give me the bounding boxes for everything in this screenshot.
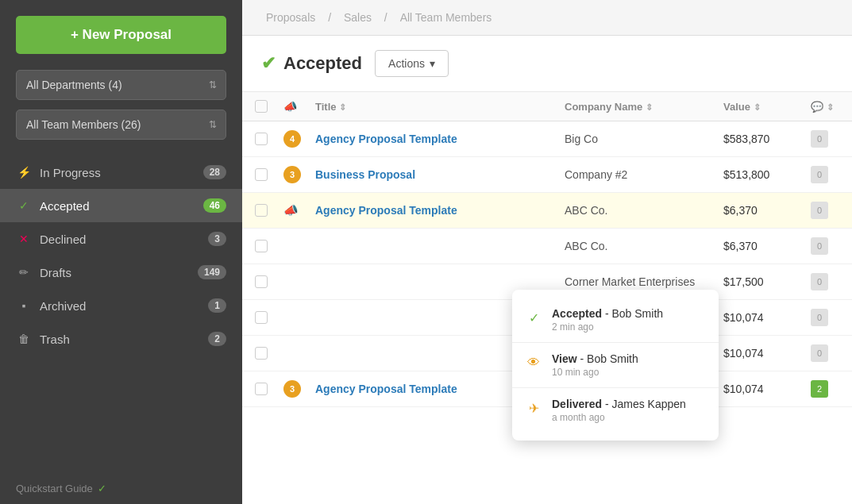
row-title[interactable]: Business Proposal xyxy=(315,168,565,181)
row-checkbox[interactable] xyxy=(255,347,268,360)
row-title[interactable]: Agency Proposal Template xyxy=(315,204,565,217)
megaphone-row-icon: 📣 xyxy=(283,203,299,217)
popup-action: Delivered xyxy=(552,398,602,410)
row-comment-badge: 0 xyxy=(811,166,828,183)
header-checkbox[interactable] xyxy=(255,100,268,113)
sidebar-label-trash: Trash xyxy=(40,333,208,346)
row-checkbox[interactable] xyxy=(255,311,268,324)
popup-item-content: Accepted - Bob Smith 2 min ago xyxy=(552,307,663,333)
popup-item-title: View - Bob Smith xyxy=(552,352,638,365)
sidebar-item-in-progress[interactable]: ⚡ In Progress 28 xyxy=(0,156,242,189)
sidebar-label-in-progress: In Progress xyxy=(40,166,203,179)
team-members-select-wrapper: All Team Members (26) xyxy=(16,110,226,140)
quickstart-label: Quickstart Guide xyxy=(16,483,93,494)
row-company: ABC Co. xyxy=(565,240,723,252)
sidebar-badge-archived: 1 xyxy=(208,298,226,313)
row-checkbox[interactable] xyxy=(255,275,268,288)
breadcrumb-sales[interactable]: Sales xyxy=(344,11,372,24)
row-value: $17,500 xyxy=(723,275,811,288)
sidebar: + New Proposal All Departments (4) All T… xyxy=(0,0,242,504)
sidebar-label-drafts: Drafts xyxy=(40,266,198,279)
table-header-row: 📣 Title ⇕ Company Name ⇕ Value ⇕ 💬 ⇕ xyxy=(242,92,852,121)
popup-action: View xyxy=(552,352,577,365)
row-checkbox[interactable] xyxy=(255,133,268,145)
row-checkbox-cell xyxy=(255,383,283,395)
sidebar-badge-accepted: 46 xyxy=(203,198,226,213)
quickstart-guide[interactable]: Quickstart Guide ✓ xyxy=(0,473,242,504)
sidebar-item-accepted[interactable]: ✓ Accepted 46 xyxy=(0,189,242,222)
row-company: Company #2 xyxy=(565,168,723,181)
content-header: ✔ Accepted Actions ▾ xyxy=(242,36,852,92)
sidebar-nav: ⚡ In Progress 28 ✓ Accepted 46 ✕ Decline… xyxy=(0,156,242,356)
popup-item-accepted[interactable]: ✓ Accepted - Bob Smith 2 min ago xyxy=(512,299,719,340)
row-value: $10,074 xyxy=(723,311,811,324)
popup-item-content: Delivered - James Kappen a month ago xyxy=(552,398,686,423)
archive-icon: ▪ xyxy=(16,299,32,312)
popup-person: James Kappen xyxy=(612,398,686,410)
priority-badge: 3 xyxy=(283,380,301,398)
row-company: Corner Market Enterprises xyxy=(565,275,723,288)
row-checkbox-cell xyxy=(255,168,283,181)
popup-divider xyxy=(512,387,719,388)
row-checkbox[interactable] xyxy=(255,383,268,395)
sidebar-item-trash[interactable]: 🗑 Trash 2 xyxy=(0,322,242,356)
lightning-icon: ⚡ xyxy=(16,166,32,179)
row-checkbox[interactable] xyxy=(255,204,268,217)
popup-time: 10 min ago xyxy=(552,367,638,378)
row-priority-cell: 📣 xyxy=(283,203,315,217)
actions-button[interactable]: Actions ▾ xyxy=(375,50,449,77)
row-checkbox[interactable] xyxy=(255,168,268,181)
breadcrumb-team[interactable]: All Team Members xyxy=(400,11,492,24)
row-comment-badge: 0 xyxy=(811,344,828,362)
row-value: $583,870 xyxy=(723,133,811,145)
popup-divider xyxy=(512,342,719,343)
row-comment-badge: 0 xyxy=(811,309,828,326)
sidebar-item-drafts[interactable]: ✏ Drafts 149 xyxy=(0,256,242,289)
row-value: $10,074 xyxy=(723,347,811,360)
row-title[interactable]: Agency Proposal Template xyxy=(315,133,565,145)
popup-time: a month ago xyxy=(552,412,686,423)
new-proposal-button[interactable]: + New Proposal xyxy=(16,16,226,54)
row-comment-badge: 0 xyxy=(811,273,828,290)
departments-select[interactable]: All Departments (4) xyxy=(16,70,226,100)
team-members-select[interactable]: All Team Members (26) xyxy=(16,110,226,140)
company-column-label: Company Name xyxy=(565,101,642,113)
sidebar-badge-declined: 3 xyxy=(208,232,226,246)
sidebar-badge-drafts: 149 xyxy=(198,265,226,279)
row-company: ABC Co. xyxy=(565,204,723,217)
row-value: $513,800 xyxy=(723,168,811,181)
popup-item-content: View - Bob Smith 10 min ago xyxy=(552,352,638,378)
popup-action: Accepted xyxy=(552,307,602,320)
header-company-cell[interactable]: Company Name ⇕ xyxy=(565,101,723,113)
popup-separator: - xyxy=(580,352,588,365)
sidebar-item-declined[interactable]: ✕ Declined 3 xyxy=(0,222,242,256)
content-area: ✔ Accepted Actions ▾ 📣 Title ⇕ xyxy=(242,36,852,504)
row-priority-cell: 4 xyxy=(283,130,315,148)
sidebar-label-declined: Declined xyxy=(40,233,208,246)
row-checkbox-cell xyxy=(255,240,283,252)
comments-sort-icon: ⇕ xyxy=(827,102,834,112)
row-checkbox-cell xyxy=(255,133,283,145)
popup-separator: - xyxy=(605,398,612,410)
sidebar-label-archived: Archived xyxy=(40,299,208,313)
header-checkbox-cell xyxy=(255,100,283,113)
departments-select-wrapper: All Departments (4) xyxy=(16,70,226,100)
company-sort-icon: ⇕ xyxy=(646,102,653,112)
popup-item-view[interactable]: 👁 View - Bob Smith 10 min ago xyxy=(512,344,719,386)
header-comments-cell: 💬 ⇕ xyxy=(811,101,839,113)
row-priority-cell: 3 xyxy=(283,380,315,398)
row-comment-badge: 0 xyxy=(811,202,828,219)
sidebar-badge-in-progress: 28 xyxy=(203,165,226,179)
popup-item-delivered[interactable]: ✈ Delivered - James Kappen a month ago xyxy=(512,390,719,431)
header-title-cell[interactable]: Title ⇕ xyxy=(315,101,565,113)
activity-popup: ✓ Accepted - Bob Smith 2 min ago 👁 View xyxy=(512,290,719,441)
row-checkbox[interactable] xyxy=(255,240,268,252)
breadcrumb-proposals[interactable]: Proposals xyxy=(266,11,315,24)
pencil-icon: ✏ xyxy=(16,266,32,279)
header-icon-cell: 📣 xyxy=(283,100,315,113)
popup-check-icon: ✓ xyxy=(525,309,542,326)
popup-eye-icon: 👁 xyxy=(525,354,542,371)
sidebar-item-archived[interactable]: ▪ Archived 1 xyxy=(0,289,242,322)
header-value-cell[interactable]: Value ⇕ xyxy=(723,101,811,113)
value-sort-icon: ⇕ xyxy=(754,102,761,112)
